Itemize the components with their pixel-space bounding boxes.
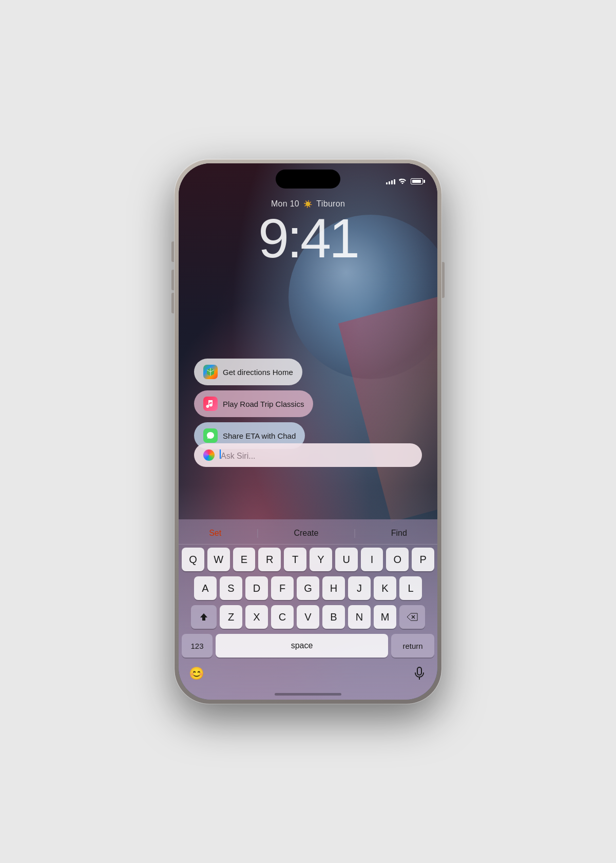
microphone-key[interactable] [409,663,430,684]
siri-orb-icon [203,449,215,461]
key-f[interactable]: F [271,576,294,600]
svg-marker-0 [200,613,207,621]
key-h[interactable]: H [322,576,345,600]
siri-bar[interactable]: Ask Siri... [194,443,422,467]
suggestion-set[interactable]: Set [204,528,226,539]
key-v[interactable]: V [297,605,319,629]
key-i[interactable]: I [361,548,383,571]
key-z[interactable]: Z [220,605,242,629]
svg-rect-3 [417,667,421,675]
suggestion-directions[interactable]: Get directions Home [194,359,302,385]
keyboard-bottom-bar: 😊 [179,663,437,684]
key-a[interactable]: A [194,576,217,600]
keyboard-rows: Q W E R T Y U I O P A S D F G [179,545,437,658]
numbers-key[interactable]: 123 [182,634,213,658]
siri-suggestions: Get directions Home Play Road Trip Class… [194,359,422,449]
return-key[interactable]: return [391,634,434,658]
key-e[interactable]: E [233,548,256,571]
music-app-icon [203,397,218,411]
key-s[interactable]: S [220,576,242,600]
key-p[interactable]: P [412,548,434,571]
key-b[interactable]: B [322,605,345,629]
keyboard: Set | Create | Find Q W E R T Y U I O [179,519,437,700]
suggestion-create[interactable]: Create [288,528,323,539]
wifi-icon [398,177,407,185]
keyboard-row-4: 123 space return [182,634,434,658]
key-l[interactable]: L [399,576,422,600]
space-key[interactable]: space [216,634,388,658]
key-j[interactable]: J [348,576,371,600]
key-k[interactable]: K [374,576,396,600]
dynamic-island [276,170,340,189]
keyboard-row-2: A S D F G H J K L [182,576,434,600]
battery-icon [411,178,423,184]
home-indicator [275,693,341,696]
word-suggestions-bar: Set | Create | Find [179,523,437,545]
key-w[interactable]: W [207,548,230,571]
delete-key[interactable] [399,605,425,629]
suggestion-music[interactable]: Play Road Trip Classics [194,390,313,417]
siri-input-field[interactable]: Ask Siri... [194,443,422,467]
keyboard-row-1: Q W E R T Y U I O P [182,548,434,571]
phone-frame: Mon 10 ☀️ Tiburon 9:41 Get directions Ho… [175,159,441,704]
key-y[interactable]: Y [310,548,332,571]
shift-key[interactable] [191,605,217,629]
suggestion-find[interactable]: Find [386,528,412,539]
lock-screen-content: Mon 10 ☀️ Tiburon 9:41 [179,199,437,276]
status-icons [386,177,423,185]
key-q[interactable]: Q [182,548,204,571]
music-text: Play Road Trip Classics [223,400,304,408]
key-c[interactable]: C [271,605,294,629]
keyboard-row-3: Z X C V B N M [182,605,434,629]
emoji-key[interactable]: 😊 [186,663,207,684]
key-o[interactable]: O [386,548,409,571]
messages-text: Share ETA with Chad [223,431,296,440]
key-n[interactable]: N [348,605,371,629]
directions-text: Get directions Home [223,368,293,377]
key-d[interactable]: D [245,576,268,600]
key-m[interactable]: M [374,605,396,629]
clock-display: 9:41 [258,211,358,266]
siri-placeholder: Ask Siri... [220,449,256,461]
key-u[interactable]: U [335,548,358,571]
key-x[interactable]: X [245,605,268,629]
key-t[interactable]: T [284,548,306,571]
key-r[interactable]: R [258,548,281,571]
messages-app-icon [203,428,218,443]
phone-screen: Mon 10 ☀️ Tiburon 9:41 Get directions Ho… [179,163,437,700]
maps-app-icon [203,365,218,379]
signal-icon [386,178,395,184]
key-g[interactable]: G [297,576,319,600]
